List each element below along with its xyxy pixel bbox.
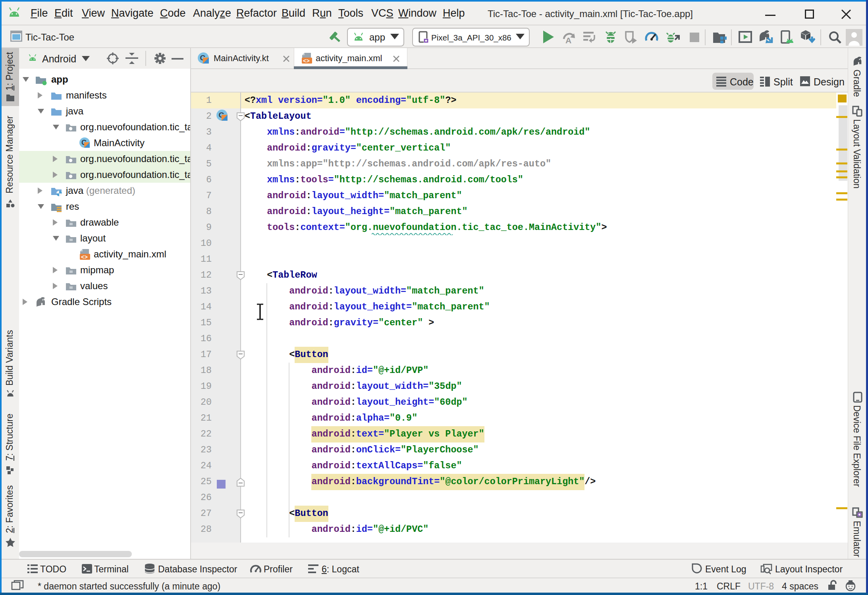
svg-text:<>: <>: [303, 58, 310, 64]
svg-text:A: A: [565, 36, 571, 44]
svg-text:<>: <>: [81, 254, 88, 260]
